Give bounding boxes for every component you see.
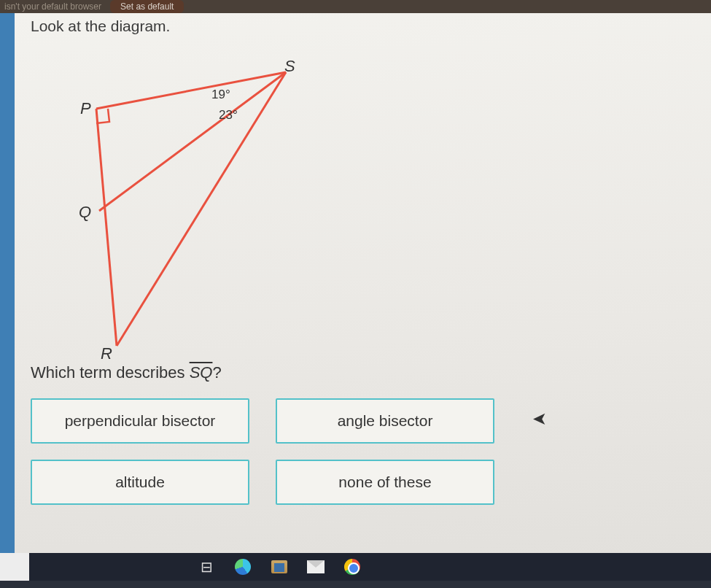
svg-line-3 bbox=[99, 72, 286, 211]
default-browser-notice: isn't your default browser bbox=[4, 1, 101, 12]
svg-line-0 bbox=[96, 72, 286, 109]
answer-grid: perpendicular bisector angle bisector al… bbox=[31, 398, 695, 505]
question-text: Which term describes SQ? bbox=[31, 363, 695, 382]
file-explorer-icon[interactable] bbox=[270, 557, 289, 576]
svg-line-2 bbox=[117, 72, 286, 346]
answer-label: altitude bbox=[115, 473, 165, 491]
mail-icon[interactable] bbox=[306, 557, 325, 576]
page-content: Look at the diagram. S P Q R 19° 23° Whi… bbox=[0, 13, 711, 553]
vertex-label-q: Q bbox=[79, 203, 91, 222]
browser-notice-bar: isn't your default browser Set as defaul… bbox=[0, 0, 711, 13]
set-default-button[interactable]: Set as default bbox=[110, 0, 184, 13]
vertex-label-s: S bbox=[284, 57, 295, 76]
segment-sq: SQ bbox=[190, 363, 213, 382]
vertex-label-r: R bbox=[101, 344, 112, 363]
taskbar: earch ⊟ bbox=[0, 553, 711, 581]
question-prefix: Which term describes bbox=[31, 363, 190, 382]
taskbar-search[interactable]: earch bbox=[0, 553, 29, 581]
angle-label-bottom: 23° bbox=[219, 108, 238, 123]
task-view-icon[interactable]: ⊟ bbox=[197, 557, 216, 576]
triangle-diagram: S P Q R 19° 23° bbox=[31, 39, 322, 353]
problem-prompt: Look at the diagram. bbox=[31, 18, 695, 35]
question-suffix: ? bbox=[212, 363, 221, 382]
answer-label: perpendicular bisector bbox=[65, 412, 216, 430]
edge-icon[interactable] bbox=[233, 557, 252, 576]
answer-label: angle bisector bbox=[338, 412, 433, 430]
answer-perpendicular-bisector[interactable]: perpendicular bisector bbox=[31, 398, 249, 444]
answer-altitude[interactable]: altitude bbox=[31, 460, 249, 505]
angle-label-top: 19° bbox=[211, 88, 230, 102]
svg-line-1 bbox=[96, 109, 117, 346]
answer-none[interactable]: none of these bbox=[276, 460, 494, 505]
cursor-icon: ➤ bbox=[532, 409, 547, 429]
vertex-label-p: P bbox=[80, 99, 91, 118]
diagram-svg bbox=[31, 39, 322, 353]
answer-label: none of these bbox=[338, 473, 431, 491]
chrome-icon[interactable] bbox=[343, 557, 362, 576]
answer-angle-bisector[interactable]: angle bisector bbox=[276, 398, 494, 444]
